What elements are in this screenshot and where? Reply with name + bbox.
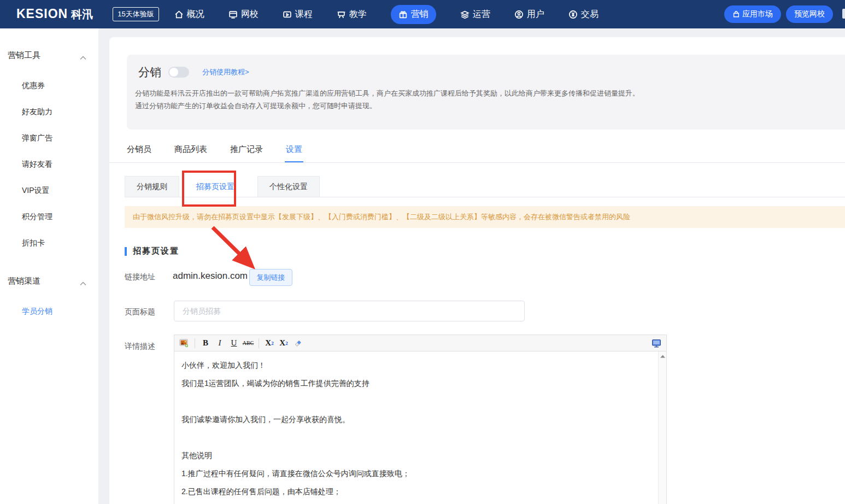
distribution-intro-box: 分销 分销使用教程> 分销功能是科汛云开店推出的一款可帮助商户拓宽推广渠道的应用… — [127, 55, 845, 130]
copy-link-button[interactable]: 复制链接 — [249, 269, 292, 286]
editor-content-area[interactable]: 小伙伴，欢迎加入我们！ 我们是1运营团队，竭诚为你的销售工作提供完善的支持 我们… — [174, 351, 666, 504]
subtab-recruitment-page-settings[interactable]: 招募页设置 — [184, 176, 247, 197]
sidebar-items-group2: 学员分销 — [0, 298, 98, 325]
bold-button[interactable]: B — [199, 337, 212, 349]
nav-label: 概况 — [187, 9, 204, 20]
toggle-knob — [169, 68, 178, 77]
rich-text-editor: B I U ABC X2 X2 — [174, 335, 667, 504]
logo-text-cn: 科汛 — [71, 7, 93, 22]
intro-description-line1: 分销功能是科汛云开店推出的一款可帮助商户拓宽推广渠道的应用营销工具，商户在买家成… — [135, 89, 829, 98]
sidebar-item-student-distribution[interactable]: 学员分销 — [0, 298, 98, 325]
subscript-index: 2 — [285, 341, 288, 346]
nav-overview[interactable]: 概况 — [174, 9, 204, 20]
group-title-label: 营销渠道 — [8, 276, 40, 285]
trial-version-badge: 15天体验版 — [113, 7, 159, 21]
distribution-tabs: 分销员 商品列表 推广记录 设置 — [109, 141, 845, 163]
section-accent-bar — [125, 247, 127, 256]
page-title-input[interactable] — [174, 301, 525, 321]
wechat-risk-warning: 由于微信风控升级，请勿在招募页设置中显示【发展下级】、【入门费或消费门槛】、【二… — [125, 206, 845, 228]
link-address-value: admin.kesion.com — [173, 271, 248, 282]
home-icon — [174, 10, 184, 19]
editor-paragraph: 小伙伴，欢迎加入我们！ — [181, 356, 652, 374]
sidebar-item-invite-friends[interactable]: 请好友看 — [0, 151, 98, 178]
fullscreen-monitor-icon[interactable] — [650, 337, 663, 349]
italic-button[interactable]: I — [213, 337, 226, 349]
superscript-base: X — [265, 338, 271, 348]
nav-teaching[interactable]: 教学 — [337, 9, 367, 20]
sidebar-item-popup-ads[interactable]: 弹窗广告 — [0, 125, 98, 151]
nav-label: 课程 — [295, 9, 313, 20]
link-address-label: 链接地址 — [125, 272, 155, 282]
chevron-up-icon — [80, 278, 86, 288]
editor-toolbar: B I U ABC X2 X2 — [174, 335, 666, 351]
nav-courses[interactable]: 课程 — [283, 9, 313, 20]
tab-settings[interactable]: 设置 — [285, 141, 303, 162]
shop-icon — [732, 10, 740, 18]
strikethrough-button[interactable]: ABC — [242, 337, 255, 349]
nav-label: 运营 — [473, 9, 490, 20]
main-content-panel: 分销 分销使用教程> 分销功能是科汛云开店推出的一款可帮助商户拓宽推广渠道的应用… — [109, 37, 845, 504]
group-title-label: 营销工具 — [8, 50, 40, 60]
settings-subtabs: 分销规则 招募页设置 个性化设置 — [125, 176, 845, 197]
app-market-button[interactable]: 应用市场 — [724, 5, 781, 23]
sidebar-item-friend-boost[interactable]: 好友助力 — [0, 99, 98, 125]
main-nav: 概况 网校 课程 教学 营销 运营 用户 交易 — [174, 5, 598, 24]
topbar-actions: 应用市场 预览网校 — [724, 5, 833, 23]
editor-paragraph: 其他说明 — [181, 447, 652, 465]
editor-paragraph — [181, 429, 652, 447]
tab-promotion-records[interactable]: 推广记录 — [229, 141, 264, 162]
nav-label: 网校 — [241, 9, 259, 20]
user-icon — [514, 10, 524, 19]
intro-description-line2: 通过分销功能产生的订单收益会自动存入可提现余额中，您可随时申请提现。 — [135, 101, 829, 111]
nav-school[interactable]: 网校 — [228, 9, 259, 20]
tutorial-link[interactable]: 分销使用教程> — [202, 67, 249, 77]
editor-scrollbar[interactable] — [658, 351, 666, 504]
nav-transactions[interactable]: 交易 — [568, 9, 598, 20]
toolbar-separator — [259, 338, 259, 348]
page-title: 分销 — [138, 65, 161, 80]
cutoff-nav-item — [842, 9, 845, 19]
section-title-row: 招募页设置 — [125, 246, 179, 256]
nav-label: 交易 — [581, 9, 598, 20]
editor-paragraph: 1.推广过程中有任何疑问，请直接在微信公众号内询问或直接致电； — [181, 465, 652, 483]
top-navigation-bar: KESION 科汛 15天体验版 概况 网校 课程 教学 营销 运营 — [0, 0, 845, 28]
superscript-exp: 2 — [271, 341, 274, 346]
preview-school-button[interactable]: 预览网校 — [786, 5, 833, 23]
sidebar-item-points[interactable]: 积分管理 — [0, 204, 98, 230]
nav-users[interactable]: 用户 — [514, 9, 544, 20]
logo-text-en: KESION — [16, 7, 68, 21]
sidebar-item-vip-settings[interactable]: VIP设置 — [0, 178, 98, 204]
preview-school-label: 预览网校 — [794, 9, 825, 19]
chevron-up-icon — [80, 52, 86, 62]
sidebar-item-discount-card[interactable]: 折扣卡 — [0, 230, 98, 256]
insert-image-icon[interactable] — [178, 337, 191, 349]
toolbar-separator — [195, 338, 195, 348]
nav-label: 教学 — [349, 9, 367, 20]
subscript-button[interactable]: X2 — [277, 337, 290, 349]
course-icon — [283, 10, 292, 19]
sidebar-items-group1: 优惠券 好友助力 弹窗广告 请好友看 VIP设置 积分管理 折扣卡 — [0, 73, 98, 256]
nav-marketing[interactable]: 营销 — [391, 5, 436, 24]
superscript-button[interactable]: X2 — [263, 337, 276, 349]
page-title-label: 页面标题 — [125, 307, 155, 317]
sidebar-item-coupons[interactable]: 优惠券 — [0, 73, 98, 99]
tab-distributors[interactable]: 分销员 — [126, 141, 152, 162]
underline-button[interactable]: U — [227, 337, 240, 349]
sidebar-group-marketing-channels[interactable]: 营销渠道 — [8, 276, 98, 286]
eraser-icon[interactable] — [291, 337, 304, 349]
scroll-up-arrow-icon[interactable] — [659, 353, 666, 360]
section-title: 招募页设置 — [133, 246, 179, 256]
kesion-logo: KESION 科汛 — [16, 7, 93, 22]
subtab-distribution-rules[interactable]: 分销规则 — [125, 176, 179, 197]
tab-product-list[interactable]: 商品列表 — [173, 141, 208, 162]
sidebar-group-marketing-tools[interactable]: 营销工具 — [8, 50, 98, 61]
editor-paragraph — [181, 392, 652, 411]
school-icon — [228, 10, 238, 19]
sidebar: 营销工具 优惠券 好友助力 弹窗广告 请好友看 VIP设置 积分管理 折扣卡 营… — [0, 28, 98, 504]
subtab-personalization-settings[interactable]: 个性化设置 — [257, 176, 320, 197]
editor-paragraph: 我们是1运营团队，竭诚为你的销售工作提供完善的支持 — [181, 374, 652, 392]
editor-paragraph: 我们诚挚邀请你加入我们，一起分享收获的喜悦。 — [181, 411, 652, 429]
description-label: 详情描述 — [125, 342, 155, 351]
nav-operations[interactable]: 运营 — [460, 9, 490, 20]
distribution-toggle[interactable] — [168, 67, 189, 78]
